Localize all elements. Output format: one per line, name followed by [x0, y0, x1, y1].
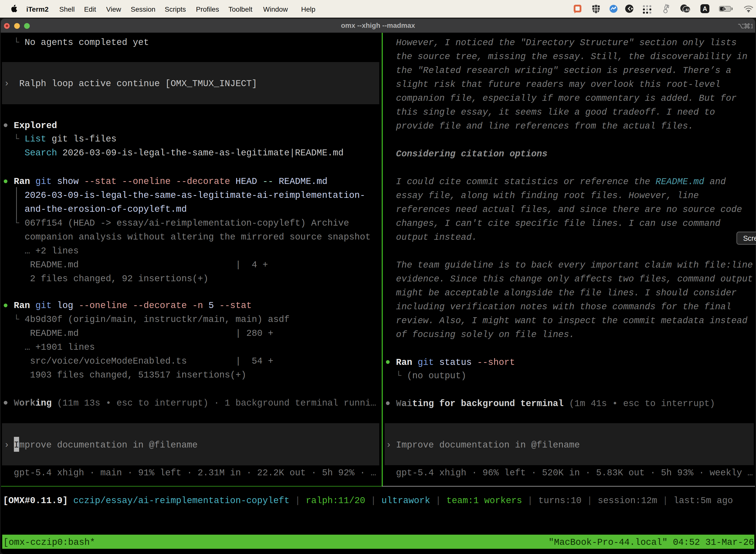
svg-text:1: 1	[750, 22, 753, 30]
